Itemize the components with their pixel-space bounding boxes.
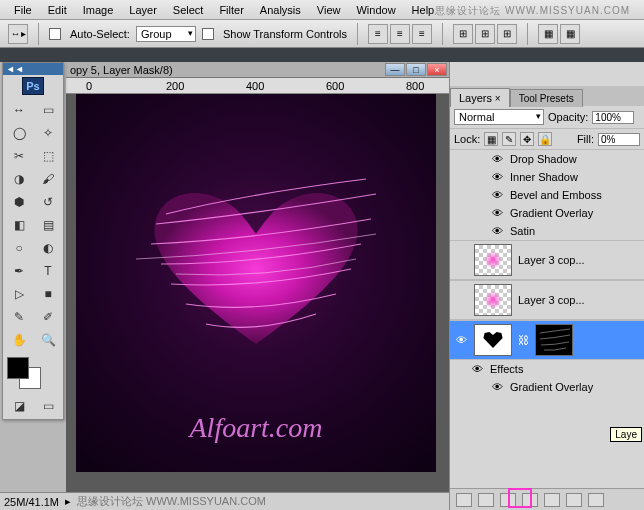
- menu-window[interactable]: Window: [348, 2, 403, 18]
- visibility-icon[interactable]: 👁: [490, 380, 504, 394]
- layers-panel: Layers × Tool Presets Normal Opacity: Lo…: [449, 62, 644, 510]
- zoom-status: 25M/41.1M: [4, 496, 59, 508]
- color-swatches[interactable]: [3, 353, 63, 393]
- effect-row[interactable]: 👁Gradient Overlay: [450, 204, 644, 222]
- new-layer-icon[interactable]: [566, 493, 582, 507]
- history-brush-tool[interactable]: ↺: [34, 191, 62, 213]
- marquee-tool[interactable]: ▭: [34, 99, 62, 121]
- effect-row[interactable]: 👁Gradient Overlay: [450, 378, 644, 396]
- slice-tool[interactable]: ⬚: [34, 145, 62, 167]
- distribute-icon[interactable]: ⊞: [475, 24, 495, 44]
- watermark-text: 思缘设计论坛 WWW.MISSYUAN.COM: [427, 2, 638, 20]
- menu-select[interactable]: Select: [165, 2, 212, 18]
- visibility-icon[interactable]: 👁: [454, 333, 468, 347]
- crop-tool[interactable]: ✂: [5, 145, 33, 167]
- opacity-input[interactable]: [592, 111, 634, 124]
- move-tool[interactable]: ↔: [5, 99, 33, 121]
- visibility-icon[interactable]: 👁: [490, 224, 504, 238]
- pen-tool[interactable]: ✒: [5, 260, 33, 282]
- lock-label: Lock:: [454, 133, 480, 145]
- visibility-icon[interactable]: 👁: [490, 170, 504, 184]
- fill-input[interactable]: [598, 133, 640, 146]
- heart-artwork: [126, 164, 386, 364]
- status-watermark: 思缘设计论坛 WWW.MISSYUAN.COM: [77, 494, 266, 509]
- dodge-tool[interactable]: ◐: [34, 237, 62, 259]
- hand-tool[interactable]: ✋: [5, 329, 33, 351]
- tab-layers[interactable]: Layers ×: [450, 88, 510, 107]
- arrange-icon[interactable]: ▦: [560, 24, 580, 44]
- heal-tool[interactable]: ◑: [5, 168, 33, 190]
- effects-header[interactable]: 👁Effects: [450, 360, 644, 378]
- lock-all-icon[interactable]: 🔒: [538, 132, 552, 146]
- quickmask-toggle[interactable]: ◪: [5, 395, 33, 417]
- arrange-icon[interactable]: ▦: [538, 24, 558, 44]
- group-icon[interactable]: [544, 493, 560, 507]
- minimize-button[interactable]: —: [385, 63, 405, 76]
- lock-paint-icon[interactable]: ✎: [502, 132, 516, 146]
- effect-row[interactable]: 👁Satin: [450, 222, 644, 240]
- path-tool[interactable]: ▷: [5, 283, 33, 305]
- menu-image[interactable]: Image: [75, 2, 122, 18]
- menu-view[interactable]: View: [309, 2, 349, 18]
- layer-row[interactable]: Layer 3 cop...: [450, 240, 644, 280]
- highlight-box: [508, 488, 532, 508]
- move-tool-icon[interactable]: ↔▸: [8, 24, 28, 44]
- lasso-tool[interactable]: ◯: [5, 122, 33, 144]
- eyedropper-tool[interactable]: ✐: [34, 306, 62, 328]
- shape-tool[interactable]: ■: [34, 283, 62, 305]
- zoom-tool[interactable]: 🔍: [34, 329, 62, 351]
- layer-thumb[interactable]: [474, 324, 512, 356]
- visibility-icon[interactable]: [454, 253, 468, 267]
- delete-icon[interactable]: [588, 493, 604, 507]
- effect-row[interactable]: 👁Bevel and Emboss: [450, 186, 644, 204]
- collapse-icon[interactable]: ◄◄: [6, 64, 24, 74]
- toolbox-panel: ◄◄ Ps ↔ ▭ ◯ ✧ ✂ ⬚ ◑ 🖌 ⬢ ↺ ◧ ▤ ○ ◐ ✒ T ▷ …: [2, 62, 64, 420]
- layer-mask-thumb[interactable]: [535, 324, 573, 356]
- effect-row[interactable]: 👁Inner Shadow: [450, 168, 644, 186]
- menu-file[interactable]: File: [6, 2, 40, 18]
- maximize-button[interactable]: □: [406, 63, 426, 76]
- stamp-tool[interactable]: ⬢: [5, 191, 33, 213]
- wand-tool[interactable]: ✧: [34, 122, 62, 144]
- gradient-tool[interactable]: ▤: [34, 214, 62, 236]
- visibility-icon[interactable]: 👁: [490, 206, 504, 220]
- distribute-icon[interactable]: ⊞: [453, 24, 473, 44]
- visibility-icon[interactable]: 👁: [490, 188, 504, 202]
- effect-row[interactable]: 👁Drop Shadow: [450, 150, 644, 168]
- tab-tool-presets[interactable]: Tool Presets: [510, 89, 583, 107]
- link-icon[interactable]: ⛓: [518, 334, 529, 346]
- show-transform-checkbox[interactable]: [202, 28, 214, 40]
- layer-thumb[interactable]: [474, 284, 512, 316]
- align-icon[interactable]: ≡: [412, 24, 432, 44]
- foreground-color[interactable]: [7, 357, 29, 379]
- visibility-icon[interactable]: [454, 293, 468, 307]
- fx-icon[interactable]: [478, 493, 494, 507]
- lock-trans-icon[interactable]: ▦: [484, 132, 498, 146]
- toolbox-header[interactable]: ◄◄: [3, 63, 63, 75]
- layer-row-selected[interactable]: 👁 ⛓: [450, 320, 644, 360]
- auto-select-checkbox[interactable]: [49, 28, 61, 40]
- menu-filter[interactable]: Filter: [211, 2, 251, 18]
- align-icon[interactable]: ≡: [368, 24, 388, 44]
- visibility-icon[interactable]: 👁: [470, 362, 484, 376]
- distribute-icon[interactable]: ⊞: [497, 24, 517, 44]
- notes-tool[interactable]: ✎: [5, 306, 33, 328]
- auto-select-dropdown[interactable]: Group: [136, 26, 196, 42]
- brush-tool[interactable]: 🖌: [34, 168, 62, 190]
- blend-mode-dropdown[interactable]: Normal: [454, 109, 544, 125]
- eraser-tool[interactable]: ◧: [5, 214, 33, 236]
- menu-layer[interactable]: Layer: [121, 2, 165, 18]
- type-tool[interactable]: T: [34, 260, 62, 282]
- screenmode-toggle[interactable]: ▭: [34, 395, 62, 417]
- link-layers-icon[interactable]: [456, 493, 472, 507]
- lock-move-icon[interactable]: ✥: [520, 132, 534, 146]
- blur-tool[interactable]: ○: [5, 237, 33, 259]
- canvas[interactable]: Alfoart.com: [76, 94, 436, 472]
- layer-thumb[interactable]: [474, 244, 512, 276]
- menu-edit[interactable]: Edit: [40, 2, 75, 18]
- menu-analysis[interactable]: Analysis: [252, 2, 309, 18]
- layer-row[interactable]: Layer 3 cop...: [450, 280, 644, 320]
- close-button[interactable]: ×: [427, 63, 447, 76]
- align-icon[interactable]: ≡: [390, 24, 410, 44]
- visibility-icon[interactable]: 👁: [490, 152, 504, 166]
